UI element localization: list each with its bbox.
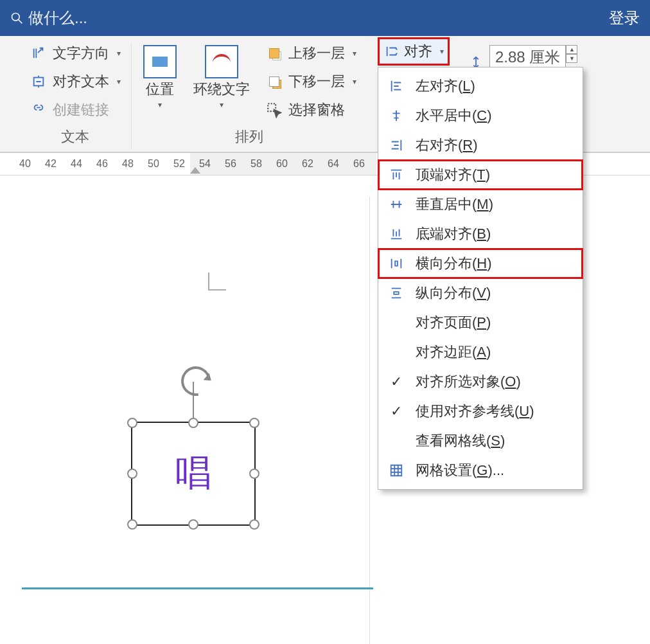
chevron-down-icon: ▾ — [158, 100, 162, 109]
login-link[interactable]: 登录 — [609, 8, 640, 28]
create-link-button: 创建链接 — [27, 99, 123, 121]
resize-handle[interactable] — [249, 519, 259, 530]
wrap-text-button[interactable]: 环绕文字 ▾ — [189, 42, 254, 112]
ruler-tick: 52 — [173, 158, 184, 170]
menu-distribute-vertical[interactable]: 纵向分布(V) — [378, 278, 583, 308]
distribute-h-icon — [387, 256, 405, 271]
menu-label: 垂直居中(M) — [416, 195, 493, 214]
menu-label: 对齐所选对象(O) — [416, 372, 521, 391]
menu-align-bottom[interactable]: 底端对齐(B) — [378, 219, 583, 249]
menu-grid-settings[interactable]: 网格设置(G)... — [378, 456, 583, 485]
align-button[interactable]: 对齐 ▾ — [378, 37, 450, 66]
text-direction-label: 文字方向 — [53, 44, 109, 63]
ruler-tick: 50 — [148, 158, 158, 170]
menu-use-alignment-guides[interactable]: ✓ 使用对齐参考线(U) — [378, 397, 583, 426]
resize-handle[interactable] — [127, 469, 137, 479]
page[interactable]: 唱 — [18, 197, 370, 644]
menu-label: 对齐页面(P) — [416, 313, 491, 332]
group-label-arrange: 排列 — [235, 127, 263, 147]
menu-label: 纵向分布(V) — [416, 283, 491, 303]
menu-label: 横向分布(H) — [416, 254, 492, 273]
ruler-tick: 40 — [19, 158, 30, 170]
chevron-down-icon: ▾ — [117, 49, 121, 58]
position-label: 位置 — [146, 80, 174, 99]
align-center-icon — [387, 109, 405, 123]
menu-label: 网格设置(G)... — [416, 461, 504, 480]
menu-distribute-horizontal[interactable]: 横向分布(H) — [378, 249, 583, 278]
align-menu: 左对齐(L) 水平居中(C) 右对齐(R) 顶端对齐(T) 垂直居中(M) 底端… — [378, 67, 583, 490]
height-input[interactable]: 2.88 厘米 — [489, 45, 566, 69]
menu-align-to-page[interactable]: 对齐页面(P) — [378, 308, 583, 337]
chevron-down-icon: ▾ — [220, 100, 224, 109]
send-backward-button[interactable]: 下移一层▾ — [263, 71, 359, 93]
check-icon: ✓ — [387, 373, 405, 390]
align-icon — [385, 44, 399, 58]
menu-view-gridlines[interactable]: 查看网格线(S) — [378, 426, 583, 456]
align-text-icon — [30, 75, 48, 89]
indent-marker[interactable] — [190, 167, 200, 174]
ruler-tick: 46 — [96, 158, 107, 170]
resize-handle[interactable] — [127, 519, 137, 530]
height-spinner[interactable]: ▲▼ — [566, 45, 577, 69]
menu-align-center[interactable]: 水平居中(C) — [378, 101, 583, 130]
chevron-down-icon: ▾ — [353, 77, 356, 86]
distribute-v-icon — [387, 286, 405, 300]
wrap-text-label: 环绕文字 — [193, 80, 250, 99]
resize-handle[interactable] — [188, 519, 198, 530]
ruler-shade — [190, 153, 376, 175]
menu-align-left[interactable]: 左对齐(L) — [378, 71, 583, 101]
textbox-content[interactable]: 唱 — [175, 449, 211, 498]
text-direction-icon — [30, 46, 48, 60]
wrap-text-icon — [205, 45, 238, 78]
bring-forward-button[interactable]: 上移一层▾ — [263, 42, 359, 64]
rotate-handle[interactable] — [193, 382, 194, 418]
tell-me-search[interactable]: 做什么... — [10, 8, 87, 28]
selection-pane-button[interactable]: 选择窗格 — [263, 99, 359, 121]
menu-label: 查看网格线(S) — [416, 431, 505, 451]
group-arrange: 位置 ▾ 环绕文字 ▾ 上移一层▾ 下移一层▾ 选择窗格 — [132, 42, 367, 149]
menu-align-to-selected[interactable]: ✓ 对齐所选对象(O) — [378, 367, 583, 397]
menu-align-right[interactable]: 右对齐(R) — [378, 130, 583, 160]
spin-up-icon[interactable]: ▲ — [566, 45, 577, 54]
menu-align-to-margin[interactable]: 对齐边距(A) — [378, 337, 583, 367]
link-icon — [30, 103, 48, 117]
bring-forward-label: 上移一层 — [288, 44, 345, 63]
title-bar: 做什么... 登录 — [0, 0, 650, 36]
align-text-label: 对齐文本 — [53, 72, 109, 91]
align-top-icon — [387, 168, 405, 182]
menu-label: 左对齐(L) — [416, 76, 475, 96]
selected-textbox[interactable]: 唱 — [131, 422, 256, 526]
align-middle-icon — [387, 197, 405, 211]
alignment-guide — [22, 587, 373, 589]
resize-handle[interactable] — [127, 418, 137, 428]
resize-handle[interactable] — [188, 418, 198, 428]
menu-label: 顶端对齐(T) — [416, 165, 490, 184]
svg-point-0 — [12, 13, 20, 21]
resize-handle[interactable] — [249, 469, 259, 479]
align-text-button[interactable]: 对齐文本▾ — [27, 71, 123, 93]
height-value: 2.88 厘米 — [495, 47, 560, 67]
menu-label: 右对齐(R) — [416, 136, 478, 155]
chevron-down-icon: ▾ — [353, 49, 356, 58]
menu-align-top[interactable]: 顶端对齐(T) — [378, 160, 583, 190]
chevron-down-icon: ▾ — [117, 77, 121, 86]
resize-handle[interactable] — [249, 418, 259, 428]
align-left-icon — [387, 79, 405, 93]
send-backward-icon — [265, 75, 283, 89]
position-button[interactable]: 位置 ▾ — [139, 42, 180, 112]
align-button-label: 对齐 — [404, 42, 432, 61]
menu-label: 使用对齐参考线(U) — [416, 402, 534, 421]
chevron-down-icon: ▾ — [440, 47, 444, 56]
check-icon: ✓ — [387, 403, 405, 420]
align-bottom-icon — [387, 227, 405, 241]
group-text: 文字方向▾ 对齐文本▾ 创建链接 文本 — [19, 42, 132, 149]
ruler-tick: 42 — [45, 158, 55, 170]
menu-label: 水平居中(C) — [416, 106, 492, 125]
spin-down-icon[interactable]: ▼ — [566, 54, 577, 63]
send-backward-label: 下移一层 — [288, 72, 345, 91]
group-label-text: 文本 — [61, 127, 89, 147]
align-right-icon — [387, 138, 405, 152]
menu-align-middle[interactable]: 垂直居中(M) — [378, 190, 583, 219]
menu-label: 底端对齐(B) — [416, 224, 491, 244]
text-direction-button[interactable]: 文字方向▾ — [27, 42, 123, 64]
